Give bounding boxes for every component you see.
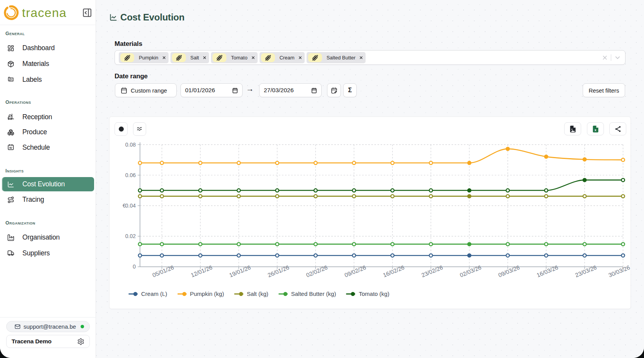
svg-text:x: x [594, 128, 596, 132]
svg-text:0.02: 0.02 [125, 233, 136, 239]
svg-text:23/03/26: 23/03/26 [574, 264, 598, 279]
svg-text:12/01/26: 12/01/26 [190, 264, 213, 279]
svg-text:09/02/26: 09/02/26 [344, 264, 367, 279]
svg-text:16/03/26: 16/03/26 [536, 264, 559, 279]
svg-text:0.04: 0.04 [125, 203, 136, 209]
svg-text:0.06: 0.06 [125, 172, 136, 178]
svg-text:€: € [123, 203, 126, 209]
svg-text:09/03/26: 09/03/26 [497, 264, 521, 279]
svg-text:05/01/26: 05/01/26 [152, 264, 175, 279]
svg-text:26/01/26: 26/01/26 [267, 264, 290, 279]
svg-text:02/02/26: 02/02/26 [305, 264, 329, 279]
svg-text:0: 0 [133, 263, 136, 270]
svg-text:16/02/26: 16/02/26 [382, 264, 405, 279]
svg-text:0.08: 0.08 [125, 142, 136, 148]
svg-text:19/01/26: 19/01/26 [228, 264, 252, 279]
svg-text:02/03/26: 02/03/26 [459, 264, 482, 279]
svg-text:23/02/26: 23/02/26 [420, 264, 444, 279]
svg-text:30/03/26: 30/03/26 [607, 264, 631, 279]
